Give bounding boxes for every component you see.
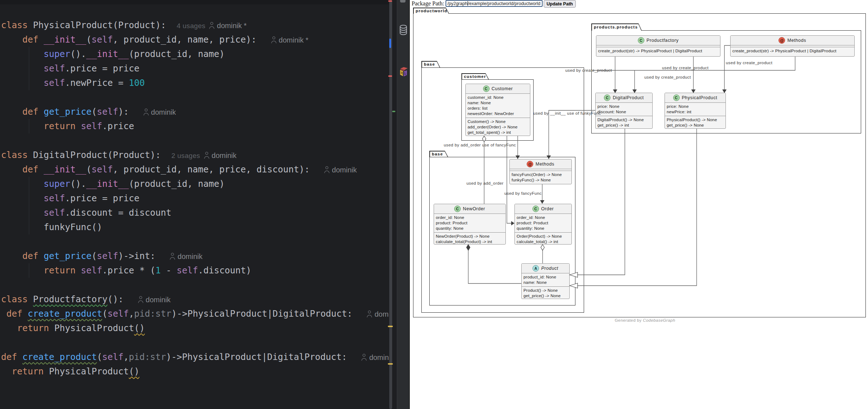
code-line[interactable]: def __init__(self, product_id, name, pri… <box>1 32 308 47</box>
code-editor[interactable]: class PhysicalProduct(Product): 4 usages… <box>0 0 389 409</box>
code-line[interactable]: self.price = price <box>1 191 140 206</box>
indent-guide <box>29 177 29 234</box>
code-token <box>38 251 44 261</box>
tool-icon-partial[interactable] <box>400 0 405 3</box>
caret-stripe-mark[interactable] <box>389 39 391 48</box>
error-stripe-mark[interactable] <box>388 0 392 2</box>
code-token: () <box>134 323 145 333</box>
code-token: .price = price <box>65 63 140 74</box>
edge-label: used by fancyFunc <box>504 191 542 195</box>
edge-label: used by add_order use of fancyFunc <box>444 143 516 147</box>
code-token: pid:str <box>134 308 171 319</box>
code-line[interactable]: self.newPrice = 100 <box>1 76 145 90</box>
code-token: ( <box>92 106 97 117</box>
code-token: class <box>1 20 28 30</box>
code-token: ( <box>102 308 108 319</box>
author-person-icon <box>271 36 277 44</box>
code-line[interactable]: def get_price(self)->int: dominik <box>1 249 202 263</box>
code-token: PhysicalProduct(Product): <box>28 20 177 30</box>
code-token: self <box>92 164 113 175</box>
code-area[interactable]: class PhysicalProduct(Product): 4 usages… <box>1 0 389 409</box>
code-token: funkyFunc() <box>1 222 102 232</box>
code-token: return <box>17 323 49 333</box>
code-token <box>1 193 44 203</box>
code-line[interactable]: def __init__(self, product_id, name, pri… <box>1 162 357 177</box>
code-line[interactable]: super().__init__(product_id, name) <box>1 47 225 61</box>
warning-stripe-mark[interactable] <box>388 363 393 365</box>
code-token: ( <box>86 34 92 45</box>
relationship-edges <box>410 0 868 409</box>
code-line[interactable]: return PhysicalProduct() <box>1 321 145 335</box>
code-line[interactable]: class DigitalProduct(Product): 2 usagesd… <box>1 148 236 162</box>
code-line[interactable]: super().__init__(product_id, name) <box>1 177 225 191</box>
edge-label: used by add_order <box>466 181 504 185</box>
code-token: def <box>1 352 17 362</box>
generated-by-note: Generated by CodebaseGraph <box>615 318 675 322</box>
code-token: , <box>123 352 129 362</box>
database-icon[interactable] <box>399 25 408 37</box>
usages-inlay-hint: 2 usages <box>171 152 200 159</box>
code-token: PhysicalProduct <box>44 366 129 377</box>
usages-inlay-hint: 4 usages <box>177 22 206 30</box>
warning-stripe-mark[interactable] <box>388 326 393 327</box>
author-person-icon <box>367 311 373 318</box>
code-line[interactable]: funkyFunc() <box>1 220 102 234</box>
code-token: PhysicalProduct <box>49 323 134 333</box>
code-line[interactable]: def create_product(self,pid:str)->Physic… <box>1 307 389 321</box>
code-line[interactable]: def create_product(self,pid:str)->Physic… <box>1 350 389 364</box>
edge-label: used by create_product <box>662 66 709 70</box>
code-token: return <box>44 121 76 131</box>
author-inlay-hint: dominik <box>332 166 357 174</box>
code-token: 1 <box>155 265 161 276</box>
code-token: ( <box>92 251 97 261</box>
code-token <box>1 308 6 319</box>
code-token: .price <box>102 121 134 131</box>
code-line[interactable]: return self.price * (1 - self.discount) <box>1 263 251 278</box>
code-line[interactable]: class Productfactory(): dominik <box>1 292 171 307</box>
error-stripe-mark[interactable] <box>388 75 392 77</box>
code-token <box>28 294 33 304</box>
application-window: class PhysicalProduct(Product): 4 usages… <box>0 0 868 409</box>
code-token: super <box>44 49 70 59</box>
code-token <box>76 265 81 276</box>
author-inlay-hint: dominik <box>146 296 171 304</box>
code-token: ( <box>86 164 92 175</box>
code-token: def <box>22 106 38 117</box>
uml-connectors <box>466 136 578 288</box>
code-token: self <box>44 78 65 88</box>
code-line[interactable]: def get_price(self): dominik <box>1 105 176 119</box>
vcs-change-mark[interactable] <box>392 111 395 112</box>
editor-scrollbar[interactable] <box>389 0 397 409</box>
author-inlay-hint: dominik <box>177 252 202 260</box>
code-token: __init__ <box>86 179 129 189</box>
code-token <box>22 308 28 319</box>
code-token: .newPrice = <box>65 78 129 88</box>
code-line[interactable]: class PhysicalProduct(Product): 4 usages… <box>1 18 247 32</box>
author-inlay-hint: dominik * <box>279 36 308 44</box>
code-token: create_product <box>22 352 97 362</box>
author-person-icon <box>361 354 367 361</box>
code-token <box>38 106 44 117</box>
code-token <box>76 121 81 131</box>
code-token: 100 <box>129 78 145 88</box>
code-token: self <box>92 34 113 45</box>
author-person-icon <box>324 166 330 173</box>
code-token <box>1 49 44 59</box>
code-token <box>1 164 22 175</box>
code-token: , product_id, name, price): <box>113 34 267 45</box>
code-line[interactable]: return self.price <box>1 119 134 133</box>
scrollbar-thumb[interactable] <box>389 0 392 409</box>
code-line[interactable]: return PhysicalProduct() <box>1 364 140 379</box>
indent-guide <box>29 47 29 90</box>
code-token: __init__ <box>44 164 86 175</box>
code-token: ( <box>97 352 102 362</box>
code-line[interactable]: self.discount = discount <box>1 206 171 220</box>
code-token: pid:str <box>129 352 166 362</box>
code-line[interactable]: self.price = price <box>1 61 140 76</box>
author-person-icon <box>170 253 176 260</box>
edge-label: used by create_product <box>726 61 772 65</box>
code-token: self <box>81 121 102 131</box>
code-token <box>1 366 12 377</box>
code-token <box>1 323 17 333</box>
uml-diagram-icon[interactable] <box>399 66 408 79</box>
